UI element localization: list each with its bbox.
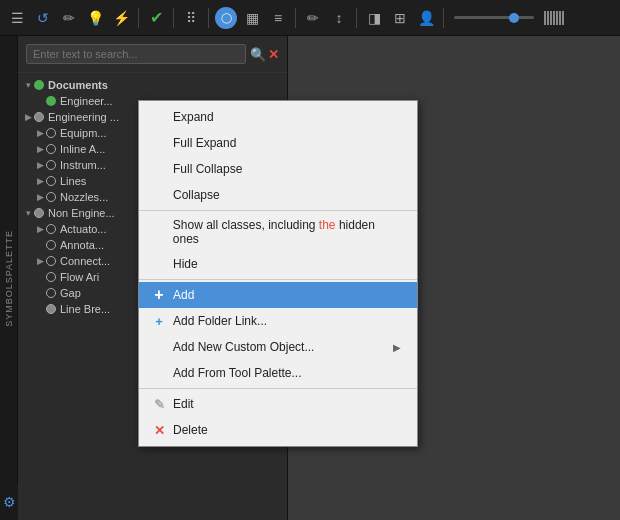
tree-label-non-engineering: Non Engine... (48, 207, 115, 219)
ctx-add-custom-label: Add New Custom Object... (173, 340, 314, 354)
bottom-bar: ⚙ (0, 484, 18, 520)
tree-arrow-lines: ▶ (34, 176, 46, 186)
tree-label-annotations: Annota... (60, 239, 104, 251)
lines-icon[interactable]: ≡ (267, 7, 289, 29)
ctx-expand[interactable]: Expand (139, 104, 417, 130)
tree-label-connections: Connect... (60, 255, 110, 267)
tree-arrow-equipment: ▶ (34, 128, 46, 138)
ctx-edit[interactable]: ✎ Edit (139, 391, 417, 417)
show-all-icon (151, 224, 167, 240)
sort-icon[interactable]: ↕ (328, 7, 350, 29)
ctx-sep-2 (139, 279, 417, 280)
ctx-expand-label: Expand (173, 110, 214, 124)
tree-dot-line-break (46, 304, 56, 314)
ctx-add-tool-label: Add From Tool Palette... (173, 366, 302, 380)
ctx-full-expand[interactable]: Full Expand (139, 130, 417, 156)
add-icon: + (151, 287, 167, 303)
ctx-add[interactable]: + Add (139, 282, 417, 308)
ctx-hide-label: Hide (173, 257, 198, 271)
tree-dot-lines (46, 176, 56, 186)
full-collapse-icon (151, 161, 167, 177)
context-menu: Expand Full Expand Full Collapse Collaps… (138, 100, 418, 447)
ctx-full-collapse[interactable]: Full Collapse (139, 156, 417, 182)
toolbar-sep-2 (173, 8, 174, 28)
tree-dot-flow-ari (46, 272, 56, 282)
full-expand-icon (151, 135, 167, 151)
tree-arrow-engineering: ▶ (22, 112, 34, 122)
tree-arrow-actuators: ▶ (34, 224, 46, 234)
tree-label-line-break: Line Bre... (60, 303, 110, 315)
ctx-hide[interactable]: Hide (139, 251, 417, 277)
tree-dot-inline (46, 144, 56, 154)
toolbar: ☰ ↺ ✏ 💡 ⚡ ✔ ⠿ ◯ ▦ ≡ ✏ ↕ ◨ ⊞ 👤 (0, 0, 620, 36)
settings-icon[interactable]: ⚙ (3, 494, 16, 510)
toolbar-sep-5 (356, 8, 357, 28)
grid-lines-icon (544, 11, 564, 25)
ctx-collapse-label: Collapse (173, 188, 220, 202)
search-close-icon[interactable]: ✕ (268, 47, 279, 62)
ctx-add-folder-label: Add Folder Link... (173, 314, 267, 328)
ctx-edit-label: Edit (173, 397, 194, 411)
tree-item-documents[interactable]: ▾ Documents (18, 77, 287, 93)
tree-label-documents: Documents (48, 79, 108, 91)
check-icon[interactable]: ✔ (145, 7, 167, 29)
toolbar-sep-3 (208, 8, 209, 28)
grid-icon[interactable]: ▦ (241, 7, 263, 29)
tree-dot-annotations (46, 240, 56, 250)
submenu-arrow-icon: ▶ (393, 342, 401, 353)
tree-label-lines: Lines (60, 175, 86, 187)
bulb-icon[interactable]: 💡 (84, 7, 106, 29)
tree-dot-engineer (46, 96, 56, 106)
dots-icon[interactable]: ⠿ (180, 7, 202, 29)
tree-dot-actuators (46, 224, 56, 234)
tree-dot-connections (46, 256, 56, 266)
toolbar-sep-4 (295, 8, 296, 28)
edit-pencil-icon: ✎ (151, 396, 167, 412)
lightning-icon[interactable]: ⚡ (110, 7, 132, 29)
tree-label-actuators: Actuato... (60, 223, 106, 235)
ctx-sep-1 (139, 210, 417, 211)
toolbar-sep-6 (443, 8, 444, 28)
side-label-text: SYMBOLSPALETTE (4, 230, 14, 327)
tree-dot-instruments (46, 160, 56, 170)
tree-arrow-non-engineering: ▾ (22, 208, 34, 218)
ctx-collapse[interactable]: Collapse (139, 182, 417, 208)
tree-label-instruments: Instrum... (60, 159, 106, 171)
expand-icon (151, 109, 167, 125)
ctx-full-expand-label: Full Expand (173, 136, 236, 150)
refresh-icon[interactable]: ↺ (32, 7, 54, 29)
add-custom-icon (151, 339, 167, 355)
add-tool-icon (151, 365, 167, 381)
tree-arrow-nozzles: ▶ (34, 192, 46, 202)
edit-icon[interactable]: ✏ (302, 7, 324, 29)
search-icon[interactable]: 🔍 (250, 47, 266, 62)
ctx-show-all-label: Show all classes, including the hidden o… (173, 218, 401, 246)
layers-icon[interactable]: ◨ (363, 7, 385, 29)
user-icon[interactable]: 👤 (415, 7, 437, 29)
search-input[interactable] (26, 44, 246, 64)
tree-dot-documents (34, 80, 44, 90)
ctx-add-tool[interactable]: Add From Tool Palette... (139, 360, 417, 386)
ctx-add-folder[interactable]: + Add Folder Link... (139, 308, 417, 334)
zoom-slider[interactable] (454, 16, 534, 19)
table-icon[interactable]: ⊞ (389, 7, 411, 29)
ctx-delete-label: Delete (173, 423, 208, 437)
ctx-delete[interactable]: ✕ Delete (139, 417, 417, 443)
ctx-add-custom[interactable]: Add New Custom Object... ▶ (139, 334, 417, 360)
tree-dot-non-engineering (34, 208, 44, 218)
tree-label-flow-ari: Flow Ari (60, 271, 99, 283)
tree-label-nozzles: Nozzles... (60, 191, 108, 203)
tree-label-gap: Gap (60, 287, 81, 299)
circle-mode-icon[interactable]: ◯ (215, 7, 237, 29)
zoom-slider-thumb (509, 13, 519, 23)
search-bar: 🔍 ✕ (18, 36, 287, 73)
pen-icon[interactable]: ✏ (58, 7, 80, 29)
delete-icon: ✕ (151, 422, 167, 438)
tree-label-engineering: Engineering ... (48, 111, 119, 123)
ctx-add-label: Add (173, 288, 194, 302)
menu-icon[interactable]: ☰ (6, 7, 28, 29)
tree-arrow-inline: ▶ (34, 144, 46, 154)
ctx-show-all[interactable]: Show all classes, including the hidden o… (139, 213, 417, 251)
tree-dot-nozzles (46, 192, 56, 202)
hide-icon (151, 256, 167, 272)
